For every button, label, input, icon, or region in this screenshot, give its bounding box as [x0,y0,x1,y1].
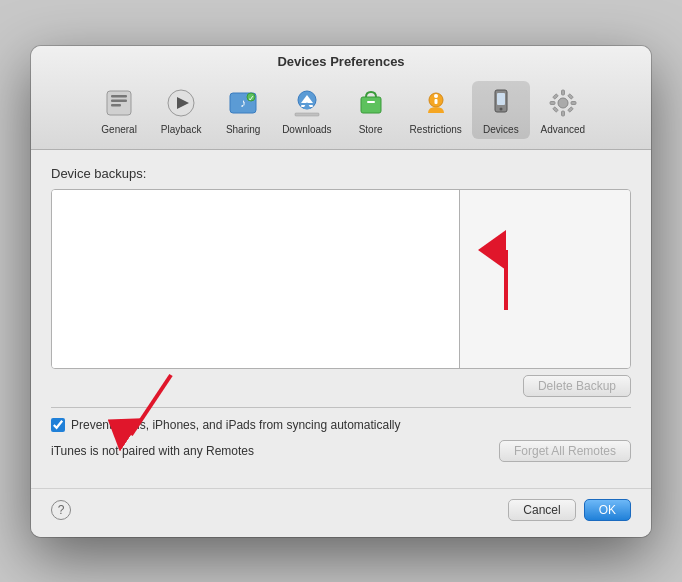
section-label: Device backups: [51,166,631,181]
backup-detail [460,190,630,368]
devices-label: Devices [483,124,519,135]
advanced-icon [545,85,581,121]
title-bar: Devices Preferences General [31,46,651,150]
main-content: Device backups: Delete Backup Prevent iP… [31,150,651,488]
bottom-actions: Cancel OK [508,499,631,521]
playback-label: Playback [161,124,202,135]
svg-rect-29 [568,93,574,99]
svg-rect-30 [553,106,559,112]
delete-backup-button[interactable]: Delete Backup [523,375,631,397]
svg-point-23 [558,98,568,108]
toolbar: General Playback ♪ [43,77,639,145]
svg-rect-21 [497,93,505,105]
prevent-sync-row: Prevent iPods, iPhones, and iPads from s… [51,418,631,432]
advanced-label: Advanced [541,124,585,135]
svg-rect-16 [367,101,375,103]
downloads-label: Downloads [282,124,331,135]
svg-rect-27 [571,101,576,104]
ok-button[interactable]: OK [584,499,631,521]
general-label: General [101,124,137,135]
remotes-text: iTunes is not paired with any Remotes [51,444,254,458]
toolbar-item-devices[interactable]: Devices [472,81,530,139]
toolbar-item-advanced[interactable]: Advanced [534,81,592,139]
remotes-row: iTunes is not paired with any Remotes Fo… [51,440,631,462]
sharing-icon: ♪ ✓ [225,85,261,121]
svg-rect-3 [111,104,121,107]
svg-text:✓: ✓ [248,93,255,102]
svg-rect-19 [434,99,437,104]
restrictions-icon [418,85,454,121]
svg-rect-0 [107,91,131,115]
sharing-label: Sharing [226,124,260,135]
store-icon [353,85,389,121]
cancel-button[interactable]: Cancel [508,499,575,521]
svg-point-22 [499,107,502,110]
general-icon [101,85,137,121]
devices-icon [483,85,519,121]
svg-rect-25 [561,111,564,116]
help-button[interactable]: ? [51,500,71,520]
svg-rect-24 [561,90,564,95]
store-label: Store [359,124,383,135]
svg-rect-13 [295,113,319,116]
svg-rect-31 [568,106,574,112]
svg-point-18 [434,94,438,98]
svg-rect-26 [550,101,555,104]
toolbar-item-restrictions[interactable]: Restrictions [404,81,468,139]
restrictions-label: Restrictions [410,124,462,135]
preferences-window: Devices Preferences General [31,46,651,537]
prevent-sync-label: Prevent iPods, iPhones, and iPads from s… [71,418,401,432]
svg-rect-1 [111,95,127,98]
toolbar-item-general[interactable]: General [90,81,148,139]
toolbar-item-sharing[interactable]: ♪ ✓ Sharing [214,81,272,139]
toolbar-item-downloads[interactable]: Downloads [276,81,337,139]
divider [51,407,631,408]
svg-rect-28 [553,93,559,99]
svg-rect-15 [361,97,381,113]
prevent-sync-checkbox[interactable] [51,418,65,432]
forget-remotes-button[interactable]: Forget All Remotes [499,440,631,462]
toolbar-item-playback[interactable]: Playback [152,81,210,139]
backup-list[interactable] [52,190,460,368]
svg-text:♪: ♪ [240,96,246,110]
downloads-icon [289,85,325,121]
playback-icon [163,85,199,121]
bottom-bar: ? Cancel OK [31,488,651,537]
toolbar-item-store[interactable]: Store [342,81,400,139]
delete-backup-row: Delete Backup [51,375,631,397]
window-title: Devices Preferences [43,54,639,69]
backup-area [51,189,631,369]
svg-rect-2 [111,99,127,102]
